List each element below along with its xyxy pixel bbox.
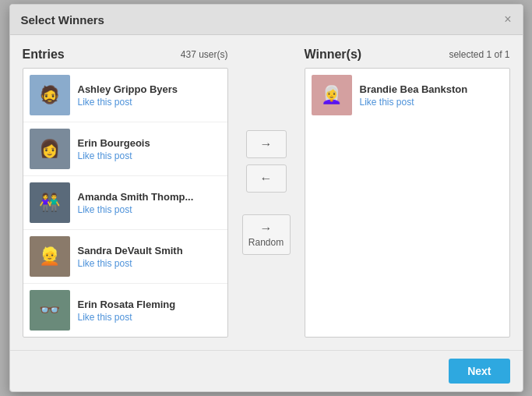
modal-footer: Next: [10, 350, 523, 391]
entry-action: Like this post: [78, 258, 183, 269]
entry-info: Erin Bourgeois Like this post: [78, 137, 150, 161]
entries-panel: Entries 437 user(s) 🧔 Ashley Grippo Byer…: [23, 48, 228, 338]
middle-controls: → ← → Random: [236, 48, 297, 338]
winners-title: Winner(s): [305, 48, 362, 62]
avatar-icon: 👓: [39, 300, 60, 320]
winner-action: Like this post: [360, 97, 468, 108]
entries-count: 437 user(s): [181, 49, 228, 60]
entry-action: Like this post: [78, 204, 194, 215]
modal-body: Entries 437 user(s) 🧔 Ashley Grippo Byer…: [10, 35, 523, 350]
winners-header: Winner(s) selected 1 of 1: [305, 48, 510, 62]
table-row[interactable]: 👱 Sandra DeVault Smith Like this post: [23, 230, 227, 284]
entry-action: Like this post: [78, 150, 150, 161]
modal-header: Select Winners ×: [10, 5, 523, 35]
entries-title: Entries: [23, 48, 65, 62]
winners-panel: Winner(s) selected 1 of 1 👩‍🦳 Brandie Be…: [305, 48, 510, 338]
entry-name: Erin Rosata Fleming: [78, 299, 176, 310]
winner-name: Brandie Bea Bankston: [360, 83, 468, 95]
modal-title: Select Winners: [21, 13, 104, 27]
random-arrow-icon: →: [260, 221, 273, 235]
entry-name: Erin Bourgeois: [78, 137, 150, 149]
avatar-icon: 👱: [39, 246, 60, 267]
avatar-icon: 🧔: [39, 85, 60, 105]
avatar: 👩‍🦳: [312, 75, 352, 115]
entry-name: Amanda Smith Thomp...: [78, 191, 194, 203]
winner-info: Brandie Bea Bankston Like this post: [360, 83, 468, 108]
table-row[interactable]: 👩 Erin Bourgeois Like this post: [23, 122, 227, 176]
avatar: 👓: [30, 290, 70, 331]
avatar-icon: 👩: [39, 139, 60, 159]
entry-action: Like this post: [78, 312, 176, 323]
entry-info: Amanda Smith Thomp... Like this post: [78, 191, 194, 215]
entries-list[interactable]: 🧔 Ashley Grippo Byers Like this post 👩 E…: [23, 68, 228, 338]
table-row[interactable]: 👫 Amanda Smith Thomp... Like this post: [23, 176, 227, 230]
move-right-button[interactable]: →: [246, 130, 287, 158]
entries-header: Entries 437 user(s): [23, 48, 228, 62]
random-label: Random: [248, 237, 284, 248]
avatar-icon: 👩‍🦳: [321, 85, 342, 105]
entry-info: Ashley Grippo Byers Like this post: [78, 83, 178, 108]
move-left-button[interactable]: ←: [246, 164, 287, 193]
close-button[interactable]: ×: [504, 12, 511, 27]
table-row[interactable]: 👩‍🦳 Brandie Bea Bankston Like this post: [305, 69, 509, 122]
table-row[interactable]: 👓 Erin Rosata Fleming Like this post: [23, 284, 227, 337]
table-row[interactable]: 🧔 Ashley Grippo Byers Like this post: [23, 69, 227, 122]
entry-name: Ashley Grippo Byers: [78, 83, 178, 95]
random-button[interactable]: → Random: [242, 214, 291, 255]
avatar: 🧔: [30, 75, 70, 115]
avatar: 👫: [30, 182, 70, 223]
entry-name: Sandra DeVault Smith: [78, 245, 183, 256]
avatar-icon: 👫: [39, 193, 60, 213]
select-winners-modal: Select Winners × Entries 437 user(s) 🧔 A…: [9, 4, 523, 392]
winners-selected: selected 1 of 1: [449, 49, 509, 60]
entry-info: Erin Rosata Fleming Like this post: [78, 299, 176, 323]
avatar: 👩: [30, 129, 70, 169]
winners-list[interactable]: 👩‍🦳 Brandie Bea Bankston Like this post: [305, 68, 510, 338]
avatar: 👱: [30, 236, 70, 277]
entry-action: Like this post: [78, 97, 178, 108]
next-button[interactable]: Next: [449, 359, 509, 384]
entry-info: Sandra DeVault Smith Like this post: [78, 245, 183, 269]
